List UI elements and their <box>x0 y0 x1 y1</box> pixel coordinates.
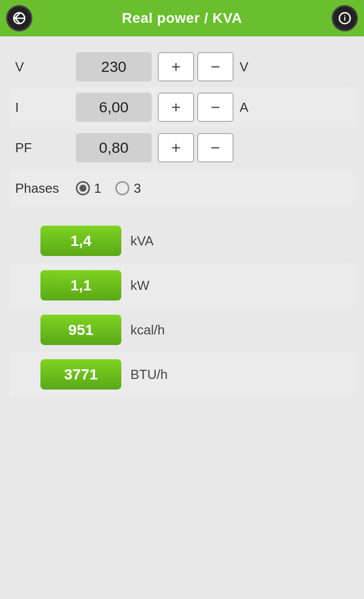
voltage-plus-button[interactable]: + <box>158 52 194 81</box>
page-title: Real power / KVA <box>122 10 242 26</box>
phases-radio-group: 1 3 <box>76 181 141 196</box>
phase-1-option[interactable]: 1 <box>76 181 101 196</box>
pf-plus-button[interactable]: + <box>158 133 194 162</box>
current-label: I <box>15 100 76 115</box>
kva-value: 1,4 <box>40 226 121 256</box>
btu-unit: BTU/h <box>130 367 168 382</box>
phases-label: Phases <box>15 181 76 196</box>
kw-result-row: 1,1 kW <box>10 263 354 308</box>
pf-row: PF 0,80 + − <box>15 127 349 168</box>
kcal-unit: kcal/h <box>130 322 165 338</box>
svg-text:i: i <box>344 14 346 22</box>
voltage-value: 230 <box>76 52 152 81</box>
current-plus-button[interactable]: + <box>158 93 194 122</box>
app-header: Real power / KVA i <box>0 0 364 36</box>
kva-unit: kVA <box>130 233 154 249</box>
kw-unit: kW <box>130 278 150 293</box>
main-content: V 230 + − V I 6,00 + − A PF 0,80 + − Pha… <box>0 36 364 599</box>
phase-3-option[interactable]: 3 <box>115 181 141 196</box>
phase-3-label: 3 <box>133 181 141 196</box>
results-section: 1,4 kVA 1,1 kW 951 kcal/h 3771 BTU/h <box>15 219 349 397</box>
info-button[interactable]: i <box>332 5 358 31</box>
kcal-result-row: 951 kcal/h <box>15 308 349 352</box>
current-row: I 6,00 + − A <box>10 87 354 127</box>
current-minus-button[interactable]: − <box>197 93 234 122</box>
voltage-row: V 230 + − V <box>15 47 349 87</box>
voltage-minus-button[interactable]: − <box>197 52 234 81</box>
phase-3-radio[interactable] <box>115 181 129 195</box>
current-unit: A <box>240 100 248 115</box>
phases-row: Phases 1 3 <box>10 170 354 206</box>
kva-result-row: 1,4 kVA <box>15 219 349 263</box>
pf-minus-button[interactable]: − <box>197 133 234 162</box>
phase-1-label: 1 <box>94 181 101 196</box>
kw-value: 1,1 <box>40 270 121 301</box>
btu-result-row: 3771 BTU/h <box>10 352 354 397</box>
btu-value: 3771 <box>40 359 121 390</box>
back-button[interactable] <box>6 5 32 31</box>
pf-value: 0,80 <box>76 133 152 162</box>
voltage-unit: V <box>240 59 248 75</box>
pf-label: PF <box>15 140 76 156</box>
current-value: 6,00 <box>76 93 152 122</box>
voltage-label: V <box>15 59 76 75</box>
phase-1-radio[interactable] <box>76 181 90 195</box>
kcal-value: 951 <box>40 315 121 345</box>
